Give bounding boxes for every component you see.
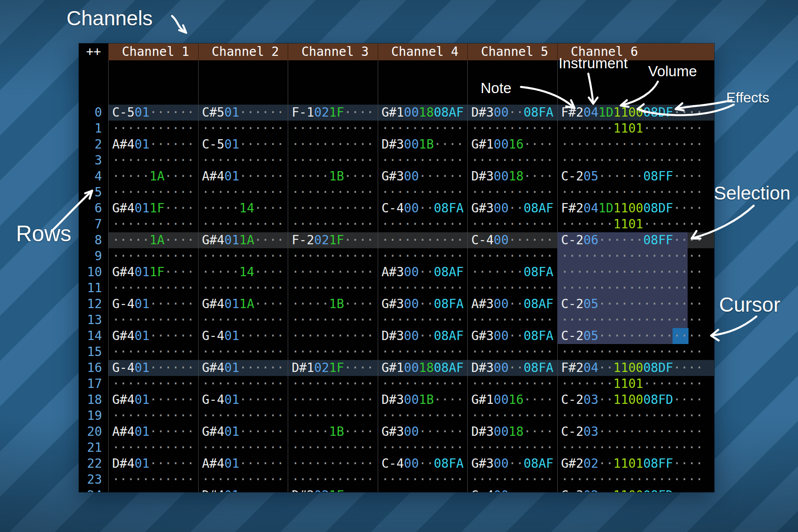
pattern-cell[interactable]: G-401······ — [198, 392, 288, 408]
pattern-cell[interactable]: G#401······ — [198, 424, 288, 440]
pattern-cell[interactable]: ··········· — [288, 328, 378, 344]
pattern-cell[interactable]: G#10016···· — [467, 137, 557, 153]
pattern-cell[interactable]: ··········· — [288, 456, 378, 472]
pattern-cell[interactable]: ··················· — [557, 248, 707, 264]
pattern-cell[interactable]: ··········· — [108, 344, 198, 360]
pattern-cell[interactable]: ··················· — [557, 312, 707, 328]
pattern-cell[interactable]: F#2041D110008DF···· — [557, 105, 707, 121]
pattern-cell[interactable]: C-205······08FF···· — [557, 168, 707, 184]
pattern-cell[interactable]: ··········· — [108, 472, 198, 488]
pattern-cell[interactable]: G#300··08AF — [467, 200, 557, 216]
pattern-cell[interactable]: ··········· — [378, 440, 468, 456]
pattern-cell[interactable]: D#300··08FA — [467, 105, 557, 121]
pattern-cell[interactable]: ··········· — [467, 344, 557, 360]
pattern-cell[interactable]: C-400··08FA — [378, 456, 468, 472]
pattern-cell[interactable]: ··········· — [288, 121, 378, 137]
pattern-cell[interactable]: G#1001808AF — [378, 105, 468, 121]
pattern-cell[interactable]: ··········· — [378, 153, 468, 168]
pattern-cell[interactable]: ··········· — [108, 216, 198, 232]
pattern-cell[interactable]: G#4011A···· — [198, 232, 288, 248]
pattern-cell[interactable]: ··········· — [467, 121, 557, 137]
pattern-cell[interactable]: G#300······ — [378, 424, 468, 440]
pattern-cell[interactable]: ··········· — [288, 280, 378, 296]
pattern-cell[interactable]: D#30018···· — [467, 168, 557, 184]
pattern-cell[interactable]: G#300······ — [378, 168, 468, 184]
pattern-cell[interactable]: ··········· — [198, 153, 288, 168]
pattern-cell[interactable]: ··········· — [378, 472, 468, 488]
pattern-cell[interactable]: D#300··08AF — [378, 328, 468, 344]
pattern-cell[interactable]: D#401······ — [198, 488, 288, 492]
pattern-cell[interactable]: ··········· — [108, 440, 198, 456]
pattern-cell[interactable]: F-1021F···· — [288, 105, 378, 121]
pattern-cell[interactable]: ··········· — [378, 232, 468, 248]
pattern-cell[interactable]: G#10016···· — [467, 392, 557, 408]
pattern-cell[interactable]: ··········· — [288, 248, 378, 264]
pattern-cell[interactable]: ··········· — [467, 216, 557, 232]
pattern-cell[interactable]: ··········· — [467, 280, 557, 296]
pattern-cell[interactable]: ··········· — [198, 472, 288, 488]
pattern-cell[interactable]: ··········· — [467, 312, 557, 328]
pattern-cell[interactable]: G#300··08AF — [467, 456, 557, 472]
pattern-cell[interactable]: ·······1101········ — [557, 216, 707, 232]
pattern-cell[interactable]: D#30018···· — [467, 424, 557, 440]
pattern-cell[interactable]: G#300··08FA — [378, 296, 468, 312]
pattern-cell[interactable]: G-400······ — [467, 488, 557, 492]
pattern-cell[interactable]: ·····1A···· — [108, 232, 198, 248]
pattern-cell[interactable]: ··········· — [378, 376, 468, 392]
pattern-cell[interactable]: ··········· — [378, 280, 468, 296]
pattern-cell[interactable]: A#401······ — [198, 168, 288, 184]
pattern-cell[interactable]: ··················· — [557, 440, 707, 456]
pattern-cell[interactable]: ··········· — [378, 121, 468, 137]
pattern-cell[interactable]: C#501······ — [198, 105, 288, 121]
pattern-cell[interactable]: ··················· — [557, 408, 707, 424]
pattern-cell[interactable]: C-206······08FF···· — [557, 232, 707, 248]
pattern-cell[interactable]: ··········· — [198, 280, 288, 296]
pattern-cell[interactable]: ··········· — [288, 376, 378, 392]
pattern-cell[interactable]: ··········· — [108, 153, 198, 168]
pattern-cell[interactable]: ··········· — [378, 216, 468, 232]
pattern-cell[interactable]: ··········· — [467, 248, 557, 264]
pattern-cell[interactable]: D#300··08FA — [467, 360, 557, 376]
pattern-cell[interactable]: G#1001808AF — [378, 360, 468, 376]
pattern-cell[interactable]: ··········· — [108, 248, 198, 264]
pattern-cell[interactable]: ··········· — [108, 408, 198, 424]
pattern-cell[interactable]: ··········· — [467, 153, 557, 168]
pattern-cell[interactable]: ··········· — [198, 440, 288, 456]
pattern-cell[interactable]: G-401······ — [108, 296, 198, 312]
pattern-cell[interactable]: C-205·············· — [557, 328, 707, 344]
pattern-cell[interactable]: G#202··110108FF···· — [557, 456, 707, 472]
pattern-cell[interactable]: ··········· — [108, 280, 198, 296]
pattern-cell[interactable]: C-203··110008FD···· — [557, 392, 707, 408]
pattern-cell[interactable]: ··········· — [467, 184, 557, 200]
pattern-cell[interactable]: ·····1B···· — [288, 424, 378, 440]
pattern-corner-button[interactable]: ++ — [79, 43, 108, 60]
pattern-cell[interactable]: ··········· — [288, 392, 378, 408]
pattern-cell[interactable]: ··········· — [288, 216, 378, 232]
pattern-cell[interactable]: ··········· — [288, 137, 378, 153]
pattern-cell[interactable]: A#401······ — [108, 424, 198, 440]
pattern-cell[interactable]: ··········· — [288, 408, 378, 424]
pattern-cell[interactable]: D#1021F···· — [288, 360, 378, 376]
pattern-cell[interactable]: D#401······ — [108, 456, 198, 472]
pattern-cell[interactable]: ··················· — [557, 153, 707, 168]
channel-header-3[interactable]: Channel 3 — [288, 43, 378, 60]
pattern-cell[interactable]: ··········· — [198, 408, 288, 424]
pattern-cell[interactable]: D#3001B···· — [378, 137, 468, 153]
pattern-cell[interactable]: ··········· — [378, 184, 468, 200]
pattern-cell[interactable]: ··················· — [557, 184, 707, 200]
pattern-cell[interactable]: ··········· — [108, 376, 198, 392]
pattern-cell[interactable]: F-2021F···· — [288, 232, 378, 248]
pattern-cell[interactable]: G#401······ — [108, 392, 198, 408]
pattern-cell[interactable]: ·······08FA — [467, 264, 557, 280]
pattern-cell[interactable]: A#401······ — [108, 137, 198, 153]
pattern-cell[interactable]: ··········· — [288, 184, 378, 200]
pattern-cell[interactable]: A#300··08AF — [378, 264, 468, 280]
pattern-cell[interactable]: G-401······ — [198, 328, 288, 344]
pattern-cell[interactable]: D#3001B···· — [378, 392, 468, 408]
pattern-cell[interactable]: ··········· — [467, 440, 557, 456]
pattern-cell[interactable]: ·····1B···· — [288, 296, 378, 312]
channel-header-1[interactable]: Channel 1 — [108, 43, 198, 60]
pattern-cell[interactable]: G#4011A···· — [198, 296, 288, 312]
pattern-cell[interactable]: A#300··08AF — [467, 296, 557, 312]
pattern-cell[interactable]: ··················· — [557, 472, 707, 488]
